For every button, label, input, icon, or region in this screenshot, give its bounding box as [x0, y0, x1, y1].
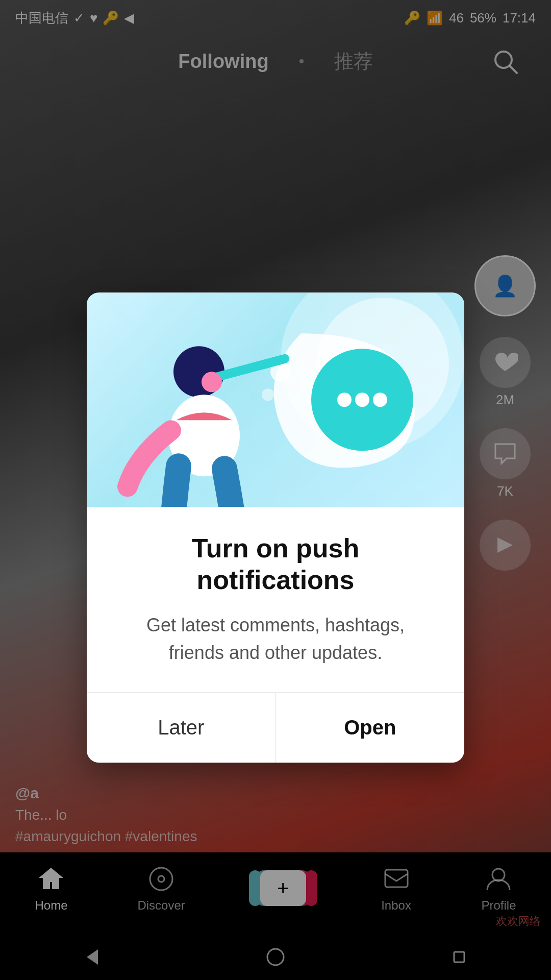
- modal-description: Get latest comments, hashtags, friends a…: [117, 611, 434, 667]
- modal-title: Turn on push notifications: [117, 532, 434, 596]
- svg-point-14: [355, 393, 369, 407]
- svg-point-17: [262, 388, 274, 401]
- svg-point-13: [337, 393, 352, 407]
- svg-point-21: [202, 372, 222, 392]
- svg-point-15: [373, 393, 387, 407]
- modal-actions: Later Open: [87, 692, 464, 763]
- later-button[interactable]: Later: [87, 693, 276, 763]
- modal-body: Turn on push notifications Get latest co…: [87, 507, 464, 667]
- modal-illustration: [87, 292, 464, 507]
- notification-illustration: [87, 292, 464, 507]
- open-button[interactable]: Open: [276, 693, 465, 763]
- push-notification-modal: Turn on push notifications Get latest co…: [87, 292, 464, 763]
